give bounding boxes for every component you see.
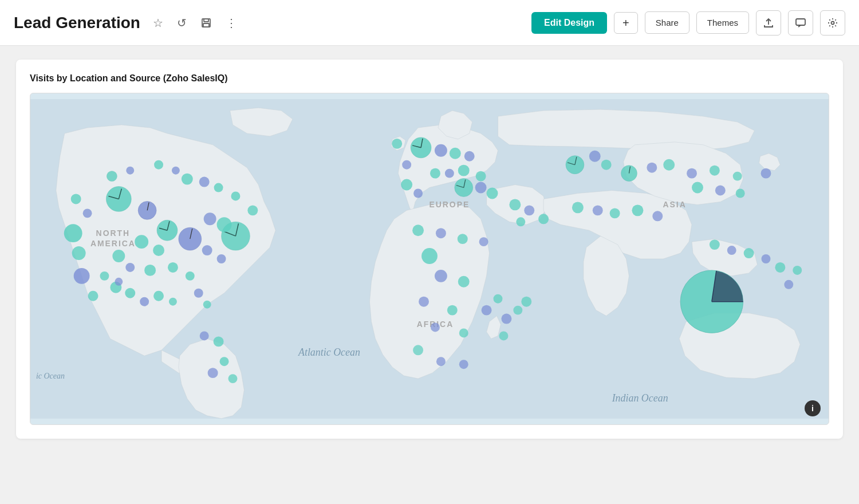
svg-point-120 — [459, 328, 468, 337]
svg-point-95 — [761, 168, 771, 179]
svg-point-58 — [208, 368, 218, 378]
svg-point-25 — [179, 227, 202, 250]
svg-point-119 — [431, 323, 440, 332]
svg-point-110 — [762, 254, 771, 263]
star-button[interactable]: ☆ — [149, 14, 167, 32]
chart-card: Visits by Location and Source (Zoho Sale… — [16, 60, 843, 439]
share-button[interactable]: Share — [645, 11, 689, 34]
svg-rect-3 — [796, 19, 805, 25]
svg-point-118 — [447, 305, 458, 316]
svg-point-4 — [832, 21, 834, 24]
north-america-label: NORTH — [96, 229, 131, 238]
svg-point-112 — [793, 266, 802, 275]
add-widget-button[interactable]: + — [614, 12, 638, 34]
svg-point-67 — [445, 169, 454, 178]
app-header: Lead Generation ☆ ↺ ⋮ Edit Design + Shar… — [0, 0, 859, 46]
svg-point-60 — [411, 137, 431, 158]
save-button[interactable] — [197, 15, 215, 31]
chart-title: Visits by Location and Source (Zoho Sale… — [30, 73, 829, 84]
svg-point-87 — [601, 160, 612, 170]
svg-point-43 — [74, 268, 90, 284]
svg-point-15 — [172, 167, 180, 175]
svg-point-14 — [154, 160, 163, 170]
svg-point-123 — [501, 314, 511, 324]
svg-point-13 — [126, 167, 134, 175]
svg-point-77 — [401, 179, 412, 191]
svg-point-21 — [83, 208, 92, 218]
svg-point-72 — [475, 182, 487, 194]
svg-point-33 — [144, 265, 156, 276]
europe-label: EUROPE — [429, 200, 470, 209]
svg-point-76 — [392, 139, 402, 149]
map-container[interactable]: Atlantic Ocean Indian Ocean ic Ocean NOR… — [30, 93, 829, 425]
svg-point-132 — [458, 234, 468, 244]
svg-point-103 — [652, 211, 663, 221]
themes-button[interactable]: Themes — [696, 11, 749, 34]
svg-point-42 — [72, 246, 86, 260]
svg-point-27 — [135, 235, 148, 249]
svg-point-40 — [204, 212, 216, 225]
pacific-ocean-label: ic Ocean — [36, 372, 65, 380]
svg-point-79 — [509, 199, 521, 210]
svg-rect-2 — [203, 23, 209, 27]
svg-point-131 — [436, 228, 446, 238]
svg-point-22 — [157, 220, 178, 241]
svg-point-101 — [610, 208, 620, 218]
svg-point-127 — [413, 345, 423, 355]
svg-point-91 — [663, 159, 675, 171]
svg-point-50 — [194, 289, 203, 298]
world-map-svg: Atlantic Ocean Indian Ocean ic Ocean NOR… — [30, 93, 829, 424]
svg-point-51 — [203, 301, 211, 309]
svg-point-111 — [775, 262, 785, 273]
svg-point-12 — [107, 171, 117, 182]
info-button[interactable]: i — [805, 400, 821, 416]
svg-point-73 — [487, 188, 498, 199]
svg-point-34 — [168, 262, 178, 273]
svg-point-80 — [524, 205, 534, 215]
svg-point-124 — [513, 306, 522, 315]
svg-point-96 — [692, 182, 703, 194]
svg-point-125 — [521, 297, 531, 307]
svg-point-39 — [217, 217, 232, 232]
svg-point-115 — [435, 270, 447, 282]
svg-point-52 — [247, 205, 258, 215]
svg-point-64 — [450, 148, 461, 159]
svg-point-68 — [430, 168, 440, 179]
svg-point-30 — [217, 254, 226, 263]
settings-button[interactable] — [820, 10, 845, 36]
edit-design-button[interactable]: Edit Design — [531, 12, 607, 34]
svg-point-65 — [464, 151, 475, 162]
svg-point-114 — [421, 248, 438, 264]
svg-point-117 — [419, 297, 429, 307]
svg-point-102 — [632, 204, 643, 216]
svg-point-47 — [140, 297, 149, 306]
export-button[interactable] — [756, 10, 781, 36]
svg-point-49 — [169, 298, 177, 306]
svg-point-98 — [736, 189, 745, 198]
comments-button[interactable] — [788, 10, 813, 36]
svg-point-126 — [499, 331, 508, 340]
svg-point-109 — [744, 248, 754, 258]
svg-point-57 — [220, 357, 229, 366]
refresh-button[interactable]: ↺ — [174, 14, 190, 32]
page-title: Lead Generation — [14, 14, 140, 32]
svg-point-107 — [710, 239, 720, 250]
svg-point-56 — [214, 336, 224, 346]
svg-point-100 — [593, 205, 603, 215]
svg-point-74 — [476, 171, 486, 182]
svg-point-19 — [231, 192, 240, 201]
svg-point-16 — [182, 174, 193, 185]
svg-point-54 — [115, 278, 123, 286]
svg-point-44 — [88, 291, 98, 301]
svg-point-78 — [413, 189, 423, 198]
more-options-button[interactable]: ⋮ — [222, 14, 241, 32]
svg-point-41 — [64, 224, 82, 242]
svg-point-28 — [153, 245, 164, 256]
svg-point-35 — [186, 271, 195, 281]
svg-point-121 — [482, 305, 492, 316]
svg-point-48 — [153, 291, 164, 301]
svg-point-90 — [647, 163, 657, 173]
svg-point-129 — [459, 360, 468, 369]
asia-label: ASIA — [663, 200, 687, 209]
svg-point-20 — [71, 194, 81, 204]
